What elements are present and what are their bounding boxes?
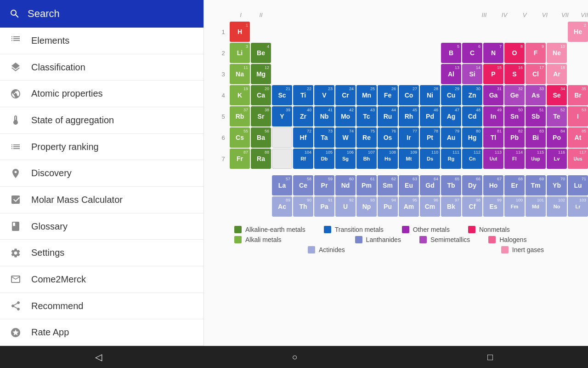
element-Np[interactable]: 93Np bbox=[356, 196, 377, 217]
element-Co[interactable]: 27Co bbox=[399, 85, 419, 105]
element-Eu[interactable]: 63Eu bbox=[399, 175, 419, 196]
element-Bi[interactable]: 83Bi bbox=[526, 127, 546, 148]
element-Bh[interactable]: 107Bh bbox=[356, 149, 377, 169]
element-Ta[interactable]: 73Ta bbox=[314, 127, 334, 148]
sidebar-item-state-of-aggregation[interactable]: State of aggregation bbox=[0, 107, 204, 134]
element-Ca[interactable]: 20Ca bbox=[251, 85, 271, 105]
element-Mt[interactable]: 109Mt bbox=[399, 149, 419, 169]
sidebar-item-come2merck[interactable]: Come2Merck bbox=[0, 266, 204, 293]
recent-button[interactable]: □ bbox=[487, 352, 493, 362]
element-Uut[interactable]: 113Uut bbox=[483, 149, 503, 169]
element-Cr[interactable]: 24Cr bbox=[335, 85, 356, 105]
element-Ba[interactable]: 56Ba bbox=[251, 127, 271, 148]
element-K[interactable]: 19K bbox=[230, 85, 250, 105]
back-button[interactable]: ◁ bbox=[95, 351, 102, 362]
element-Sn[interactable]: 50Sn bbox=[504, 106, 525, 126]
element-At[interactable]: 85At bbox=[568, 127, 588, 148]
element-Ti[interactable]: 22Ti bbox=[293, 85, 313, 105]
element-Po[interactable]: 84Po bbox=[547, 127, 567, 148]
element-Pd[interactable]: 46Pd bbox=[420, 106, 440, 126]
search-button[interactable]: Search bbox=[0, 0, 204, 28]
element-Ne[interactable]: 10Ne bbox=[547, 43, 567, 63]
element-P[interactable]: 15P bbox=[483, 64, 503, 84]
element-Tm[interactable]: 69Tm bbox=[526, 175, 546, 196]
element-Yb[interactable]: 70Yb bbox=[547, 175, 567, 196]
element-No[interactable]: 102No bbox=[547, 196, 567, 217]
element-Ar[interactable]: 18Ar bbox=[547, 64, 567, 84]
element-Rh[interactable]: 45Rh bbox=[399, 106, 419, 126]
element-Hs[interactable]: 108Hs bbox=[378, 149, 398, 169]
element-Ni[interactable]: 28Ni bbox=[420, 85, 440, 105]
element-C[interactable]: 6C bbox=[462, 43, 482, 63]
element-Si[interactable]: 14Si bbox=[462, 64, 482, 84]
element-Uup[interactable]: 115Uup bbox=[526, 149, 546, 169]
element-Md[interactable]: 101Md bbox=[526, 196, 546, 217]
sidebar-item-property-ranking[interactable]: Property ranking bbox=[0, 134, 204, 161]
element-Lr[interactable]: 103Lr bbox=[568, 196, 588, 217]
element-Ra[interactable]: 88Ra bbox=[251, 149, 271, 169]
element-Pa[interactable]: 91Pa bbox=[314, 196, 334, 217]
element-Br[interactable]: 35Br bbox=[568, 85, 588, 105]
element-Cf[interactable]: 98Cf bbox=[462, 196, 482, 217]
sidebar-item-rate[interactable]: Rate App bbox=[0, 319, 204, 346]
element-Tl[interactable]: 81Tl bbox=[483, 127, 503, 148]
element-Zr[interactable]: 40Zr bbox=[293, 106, 313, 126]
element-Li[interactable]: 3Li bbox=[230, 43, 250, 63]
element-Cn[interactable]: 112Cn bbox=[462, 149, 482, 169]
element-Tb[interactable]: 65Tb bbox=[441, 175, 461, 196]
element-B[interactable]: 5B bbox=[441, 43, 461, 63]
sidebar-item-elements[interactable]: Elements bbox=[0, 28, 204, 54]
element-Sb[interactable]: 51Sb bbox=[526, 106, 546, 126]
element-He[interactable]: 2He bbox=[568, 22, 588, 42]
element-W[interactable]: 74W bbox=[335, 127, 356, 148]
element-Es[interactable]: 99Es bbox=[483, 196, 503, 217]
element-Ho[interactable]: 67Ho bbox=[483, 175, 503, 196]
element-Ga[interactable]: 31Ga bbox=[483, 85, 503, 105]
element-Bk[interactable]: 97Bk bbox=[441, 196, 461, 217]
element-Tc[interactable]: 43Tc bbox=[356, 106, 377, 126]
element-As[interactable]: 33As bbox=[526, 85, 546, 105]
element-Y[interactable]: 39Y bbox=[272, 106, 292, 126]
element-Ce[interactable]: 58Ce bbox=[293, 175, 313, 196]
element-Mn[interactable]: 25Mn bbox=[356, 85, 377, 105]
element-Th[interactable]: 90Th bbox=[293, 196, 313, 217]
element-U[interactable]: 92U bbox=[335, 196, 356, 217]
sidebar-item-glossary[interactable]: Glossary bbox=[0, 213, 204, 240]
element-Sr[interactable]: 38Sr bbox=[251, 106, 271, 126]
element-Db[interactable]: 105Db bbox=[314, 149, 334, 169]
element-Hf[interactable]: 72Hf bbox=[293, 127, 313, 148]
element-O[interactable]: 8O bbox=[504, 43, 525, 63]
sidebar-item-classification[interactable]: Classification bbox=[0, 54, 204, 81]
element-Te[interactable]: 52Te bbox=[547, 106, 567, 126]
element-Cd[interactable]: 48Cd bbox=[462, 106, 482, 126]
sidebar-item-discovery[interactable]: Discovery bbox=[0, 160, 204, 187]
element-Au[interactable]: 79Au bbox=[441, 127, 461, 148]
element-Se[interactable]: 34Se bbox=[547, 85, 567, 105]
element-Hg[interactable]: 80Hg bbox=[462, 127, 482, 148]
element-N[interactable]: 7N bbox=[483, 43, 503, 63]
element-Lu[interactable]: 71Lu bbox=[568, 175, 588, 196]
element-La[interactable]: 57La bbox=[272, 175, 292, 196]
element-Pr[interactable]: 59Pr bbox=[314, 175, 334, 196]
element-Cl[interactable]: 17Cl bbox=[526, 64, 546, 84]
element-H[interactable]: 1H bbox=[230, 22, 250, 42]
element-Uus[interactable]: 117Uus bbox=[568, 149, 588, 169]
element-Ac[interactable]: 89Ac bbox=[272, 196, 292, 217]
sidebar-item-atomic-properties[interactable]: Atomic properties bbox=[0, 80, 204, 107]
element-Zn[interactable]: 30Zn bbox=[462, 85, 482, 105]
element-Rb[interactable]: 37Rb bbox=[230, 106, 250, 126]
element-Be[interactable]: 4Be bbox=[251, 43, 271, 63]
element-Pm[interactable]: 61Pm bbox=[356, 175, 377, 196]
element-Mo[interactable]: 42Mo bbox=[335, 106, 356, 126]
element-Dy[interactable]: 66Dy bbox=[462, 175, 482, 196]
element-Cu[interactable]: 29Cu bbox=[441, 85, 461, 105]
element-V[interactable]: 23V bbox=[314, 85, 334, 105]
element-Al[interactable]: 13Al bbox=[441, 64, 461, 84]
element-Sg[interactable]: 106Sg bbox=[335, 149, 356, 169]
element-Pu[interactable]: 94Pu bbox=[378, 196, 398, 217]
element-Fe[interactable]: 26Fe bbox=[378, 85, 398, 105]
sidebar-item-recommend[interactable]: Recommend bbox=[0, 293, 204, 320]
element-Ds[interactable]: 110Ds bbox=[420, 149, 440, 169]
element-Gd[interactable]: 64Gd bbox=[420, 175, 440, 196]
home-button[interactable]: ○ bbox=[292, 352, 297, 362]
